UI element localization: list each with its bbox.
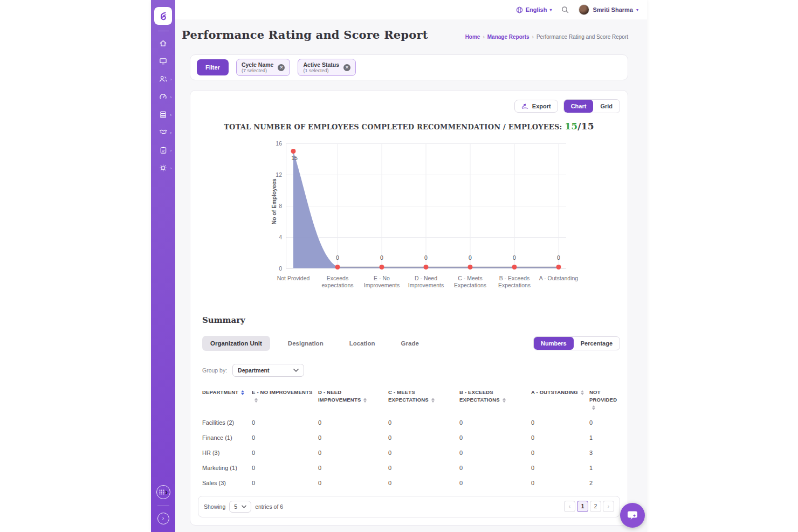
home-icon — [159, 39, 167, 47]
page-size-select[interactable]: 5 — [229, 501, 251, 513]
cell-department: Marketing (1) — [202, 460, 252, 475]
people-icon — [159, 75, 168, 83]
tab-location[interactable]: Location — [341, 336, 383, 351]
synergita-logo-icon — [157, 10, 169, 22]
remove-filter-icon[interactable]: ✕ — [343, 64, 350, 71]
sidebar-item-people[interactable]: › — [151, 70, 175, 88]
grid-view-toggle[interactable]: Grid — [593, 100, 620, 113]
filter-chip-active-status[interactable]: Active Status (1 selected) ✕ — [298, 59, 356, 76]
cell-value: 0 — [531, 430, 589, 445]
avatar — [579, 4, 589, 15]
sidebar-item-home[interactable] — [151, 34, 175, 52]
sort-icon[interactable] — [241, 390, 244, 395]
point-value: 0 — [380, 254, 383, 261]
sort-icon[interactable] — [254, 398, 258, 403]
tab-designation[interactable]: Designation — [280, 336, 332, 351]
next-page-button[interactable]: › — [603, 501, 614, 512]
page-title: Performance Rating and Score Report — [182, 28, 428, 42]
sidebar-item-tasks[interactable]: › — [151, 141, 175, 159]
point-value: 0 — [557, 254, 560, 261]
page-button-2[interactable]: 2 — [590, 501, 601, 512]
page-button-1[interactable]: 1 — [577, 501, 588, 512]
sidebar-item-dashboard[interactable] — [151, 52, 175, 70]
col-header-d-need-improvements[interactable]: D - NEED IMPROVEMENTS — [318, 385, 388, 415]
col-header-b-exceeds-expectations[interactable]: B - EXCEEDS EXPECTATIONS — [459, 385, 531, 415]
page-size-control: Showing 5 entries of 6 — [204, 501, 283, 513]
breadcrumb-home[interactable]: Home — [465, 34, 480, 40]
gauge-icon — [159, 93, 167, 101]
remove-filter-icon[interactable]: ✕ — [278, 64, 285, 71]
search-icon[interactable] — [561, 6, 569, 13]
apps-launcher-button[interactable]: › — [156, 485, 170, 499]
sidebar-item-engagement[interactable]: › — [151, 123, 175, 141]
cell-value: 0 — [589, 415, 620, 430]
chart-view-toggle[interactable]: Chart — [564, 100, 594, 113]
sort-icon[interactable] — [503, 398, 506, 403]
cell-value: 0 — [531, 415, 589, 430]
summary-heading: Summary — [202, 315, 620, 325]
user-menu[interactable]: Smriti Sharma ▾ — [579, 4, 638, 15]
col-header-a-outstanding[interactable]: A - OUTSTANDING — [531, 385, 589, 415]
group-by-value: Department — [238, 367, 269, 374]
col-header-c-meets-expectations[interactable]: C - MEETS EXPECTATIONS — [388, 385, 459, 415]
cell-value: 0 — [459, 445, 531, 460]
filter-button[interactable]: Filter — [197, 59, 229, 75]
sort-icon[interactable] — [431, 398, 435, 403]
y-axis-label: No of Employees — [271, 178, 277, 224]
col-header-department[interactable]: DEPARTMENT — [202, 385, 252, 415]
point-value: 0 — [336, 254, 339, 261]
cell-value: 1 — [589, 460, 620, 475]
cell-value: 0 — [388, 415, 459, 430]
filter-chip-cycle-name[interactable]: Cycle Name (7 selected) ✕ — [236, 59, 291, 76]
cell-value: 0 — [318, 415, 388, 430]
group-by-select[interactable]: Department — [232, 364, 304, 377]
cell-value: 3 — [589, 445, 620, 460]
chat-bubble-icon — [627, 510, 638, 521]
tab-organization-unit[interactable]: Organization Unit — [202, 336, 270, 351]
export-button[interactable]: Export — [514, 100, 558, 113]
sort-icon[interactable] — [592, 405, 595, 410]
breadcrumb-manage-reports[interactable]: Manage Reports — [487, 34, 529, 40]
chart-title-text: TOTAL NUMBER OF EMPLOYEES COMPLETED RECO… — [224, 123, 562, 131]
breadcrumb-separator: › — [483, 34, 484, 40]
sort-icon[interactable] — [363, 398, 367, 403]
app-window: › › › › — [151, 0, 647, 532]
tab-grade[interactable]: Grade — [393, 336, 427, 351]
cell-value: 0 — [531, 445, 589, 460]
cell-value: 0 — [252, 430, 318, 445]
pagination-bar: Showing 5 entries of 6 ‹ 1 2 › — [198, 496, 620, 517]
sidebar-item-data[interactable]: › — [151, 106, 175, 123]
sidebar-collapse-button[interactable]: › — [157, 513, 169, 524]
cell-value: 0 — [459, 430, 531, 445]
cell-value: 0 — [252, 460, 318, 475]
gear-icon — [159, 164, 167, 172]
sort-icon[interactable] — [581, 390, 584, 395]
monitor-icon — [159, 57, 167, 65]
data-stack-icon — [159, 110, 167, 119]
sidebar-bottom: › › — [156, 485, 170, 532]
page-size-value: 5 — [234, 503, 237, 510]
submenu-caret-icon: › — [170, 95, 171, 99]
chat-widget-button[interactable] — [620, 503, 645, 528]
chevron-down-icon — [242, 505, 246, 508]
numbers-toggle[interactable]: Numbers — [534, 337, 574, 350]
synergita-logo[interactable] — [154, 7, 172, 25]
main-area: English ▾ Smriti Sharma ▾ Performance Ra… — [175, 0, 647, 532]
prev-page-button[interactable]: ‹ — [564, 501, 575, 512]
col-header-not-provided[interactable]: NOT PROVIDED — [589, 385, 620, 415]
cell-department: HR (3) — [202, 445, 252, 460]
y-tick: 0 — [266, 265, 282, 272]
globe-icon — [516, 6, 523, 13]
percentage-toggle[interactable]: Percentage — [574, 337, 620, 350]
chart-title: TOTAL NUMBER OF EMPLOYEES COMPLETED RECO… — [198, 121, 620, 132]
summary-tabs: Organization Unit Designation Location G… — [202, 336, 620, 351]
sidebar-item-performance[interactable]: › — [151, 88, 175, 106]
submenu-caret-icon: › — [170, 148, 171, 152]
table-row: Marketing (1) 0 0 0 0 0 1 — [202, 460, 620, 475]
export-label: Export — [532, 103, 551, 109]
sidebar-item-settings[interactable]: › — [151, 159, 175, 177]
submenu-caret-icon: › — [165, 487, 168, 497]
language-selector[interactable]: English ▾ — [516, 6, 552, 13]
col-header-e-no-improvements[interactable]: E - NO IMPROVEMENTS — [252, 385, 318, 415]
language-label: English — [526, 6, 547, 13]
